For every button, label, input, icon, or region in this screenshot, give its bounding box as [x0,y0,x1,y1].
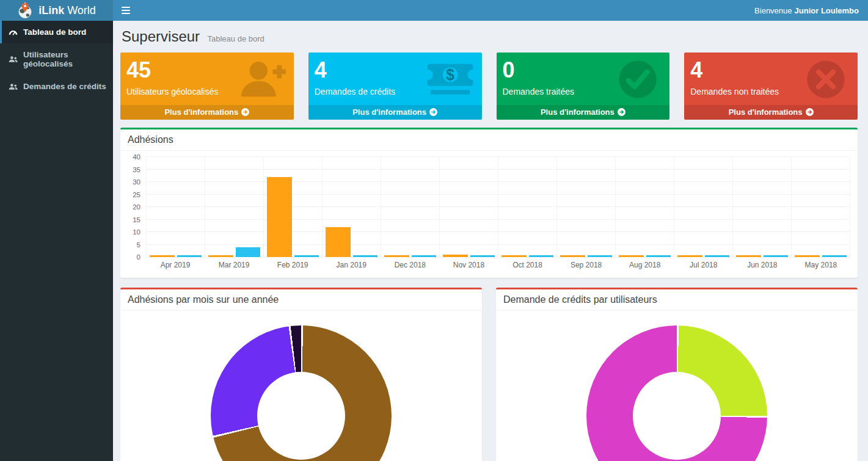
bar-group [615,157,674,257]
bar-group [322,157,381,257]
x-tick-label: Feb 2019 [263,261,322,269]
donut-chart-credits [586,325,767,461]
bar [677,255,702,257]
bar-group [791,157,850,257]
page-title: Superviseur [122,28,200,45]
more-info-link[interactable]: Plus d'informations [308,105,482,120]
arrow-circle-right-icon [618,108,625,116]
x-tick-label: Nov 2018 [439,261,498,269]
bar-chart: 0510152025303540 Apr 2019Mar 2019Feb 201… [128,157,850,269]
card-header: Adhésions par mois sur une année [120,289,482,311]
globe-pin-icon: $ [17,2,33,19]
bar-group [556,157,615,257]
y-tick-label: 40 [133,153,140,161]
bar [705,255,730,257]
arrow-circle-right-icon [241,108,249,116]
bar-chart-x-axis: Apr 2019Mar 2019Feb 2019Jan 2019Dec 2018… [146,261,850,269]
bar [150,255,175,257]
bar [501,255,527,257]
bar-group [674,157,732,257]
x-tick-label: Apr 2019 [146,261,205,269]
bar-chart-plot-area [146,157,850,257]
bar [353,255,378,257]
adhesions-chart-card: Adhésions 0510152025303540 Apr 2019Mar 2… [120,128,858,278]
top-navbar: $ iLink World BienvenueJunior Loulembo [0,0,868,21]
y-tick-label: 15 [133,216,140,223]
card-title: Demande de crédits par utilisateurs [503,294,850,305]
y-tick-label: 30 [133,178,140,186]
more-info-link[interactable]: Plus d'informations [497,105,670,120]
x-tick-label: Jul 2018 [674,261,733,269]
bar-group [146,157,205,257]
bottom-charts-row: Adhésions par mois sur une année Demande… [120,288,858,461]
bar [588,255,613,257]
x-tick-label: Dec 2018 [381,261,439,269]
more-info-label: Plus d'informations [541,107,615,117]
dashboard-icon [9,28,18,37]
brand-logo[interactable]: $ iLink World [0,0,113,21]
info-box-demandes-traitees: 0 Demandes traitées Plus d'informations [497,53,670,120]
sidebar-item-demandes-de-credits[interactable]: Demandes de crédits [0,75,113,98]
info-box-demandes-de-credits: 4 Demandes de crédits $ Plus d'informati… [308,53,482,120]
bar [619,255,644,257]
bar [470,255,495,257]
card-header: Demande de crédits par utilisateurs [496,289,858,311]
y-tick-label: 20 [133,203,140,211]
x-tick-label: Sep 2018 [557,261,616,269]
bar [646,255,671,257]
arrow-circle-right-icon [806,108,814,116]
card-title: Adhésions par mois sur une année [128,294,475,305]
sidebar-item-utilisateurs-geolocalises[interactable]: Utilisateurs géolocalisés [0,43,113,75]
bar [294,255,319,257]
users-icon [9,82,18,91]
y-tick-label: 10 [133,228,140,236]
info-boxes-row: 45 Utilisateurs géolocalisés Plus d'info… [120,53,858,120]
svg-text:$: $ [446,66,454,83]
bar-group [732,157,791,257]
page-subtitle: Tableau de bord [208,34,264,43]
check-circle-icon [613,59,662,100]
bar [326,227,351,257]
bar [560,255,585,257]
bar [412,255,437,257]
brand-name-bold: iLink [38,4,64,16]
money-icon: $ [426,59,475,100]
bar [822,255,847,257]
more-info-label: Plus d'informations [352,107,426,117]
bar-group [205,157,263,257]
sidebar-item-tableau-de-bord[interactable]: Tableau de bord [0,21,113,43]
sidebar-item-label: Tableau de bord [23,27,86,37]
sidebar-item-label: Demandes de crédits [23,82,106,91]
bar-group [498,157,556,257]
more-info-link[interactable]: Plus d'informations [120,105,294,120]
users-icon [9,55,18,64]
y-tick-label: 0 [137,253,140,261]
page-header: Superviseur Tableau de bord [122,28,858,45]
bar-group [381,157,439,257]
bar-chart-y-axis: 0510152025303540 [128,157,146,257]
arrow-circle-right-icon [429,108,437,116]
main-content: Superviseur Tableau de bord 45 Utilisate… [113,21,868,461]
bar [529,255,554,257]
x-tick-label: Jun 2018 [733,261,792,269]
bar [443,255,468,257]
card-title: Adhésions [128,134,850,145]
bar-group [263,157,322,257]
welcome-text: Bienvenue [754,6,792,15]
more-info-link[interactable]: Plus d'informations [684,105,858,120]
user-plus-icon [238,59,286,100]
bar [764,255,789,257]
sidebar-toggle-button[interactable] [113,5,139,16]
info-box-utilisateurs-geolocalises: 45 Utilisateurs géolocalisés Plus d'info… [120,53,294,120]
bar [736,255,761,257]
adhesions-donut-card: Adhésions par mois sur une année [120,288,482,461]
bar [177,255,202,257]
bar [208,255,233,257]
x-tick-label: Aug 2018 [616,261,674,269]
navbar-user[interactable]: BienvenueJunior Loulembo [745,6,868,15]
bar-group [439,157,498,257]
y-tick-label: 25 [133,191,140,198]
info-box-demandes-non-traitees: 4 Demandes non traitées Plus d'informati… [684,53,858,120]
x-tick-label: May 2018 [792,261,850,269]
more-info-label: Plus d'informations [164,107,238,117]
